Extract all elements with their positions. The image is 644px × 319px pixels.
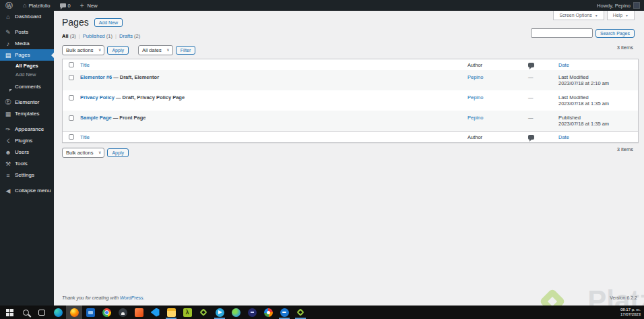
column-footer-author: Author bbox=[468, 134, 482, 140]
wordpress-logo-icon[interactable]: Ⓦ bbox=[0, 1, 18, 11]
screen-options-button[interactable]: Screen Options bbox=[553, 11, 604, 20]
submenu-all-pages[interactable]: All Pages bbox=[0, 61, 54, 70]
sidebar-item-appearance[interactable]: ✑ Appearance bbox=[0, 123, 54, 135]
sidebar-item-templates[interactable]: ▦ Templates bbox=[0, 108, 54, 119]
chrome-icon bbox=[102, 308, 111, 317]
row-checkbox[interactable] bbox=[69, 95, 74, 100]
row-checkbox[interactable] bbox=[69, 75, 74, 80]
plugins-icon: ☇ bbox=[5, 138, 11, 144]
search-pages-button[interactable]: Search Pages bbox=[595, 29, 635, 38]
filter-all[interactable]: All bbox=[62, 33, 69, 39]
lambda-app-button[interactable] bbox=[179, 306, 195, 319]
bulk-actions-select-bottom[interactable]: Bulk actions bbox=[62, 148, 104, 158]
edge-icon bbox=[54, 308, 63, 317]
color-wheel-app-button[interactable] bbox=[260, 306, 276, 319]
sidebar-item-elementor[interactable]: Ⓔ Elementor bbox=[0, 96, 54, 108]
howdy-label[interactable]: Howdy, Pepino bbox=[597, 3, 631, 9]
new-label: New bbox=[88, 3, 98, 9]
sidebar-item-pages[interactable]: ▤ Pages bbox=[0, 49, 54, 61]
clock-time: 08:17 p. m. bbox=[620, 308, 641, 312]
home-icon: ⌂ bbox=[23, 2, 26, 9]
author-link[interactable]: Pepino bbox=[468, 74, 483, 80]
edge-button[interactable] bbox=[50, 306, 66, 319]
sidebar-item-users[interactable]: ☻ Users bbox=[0, 146, 54, 158]
page-link[interactable]: Elementor #6 bbox=[80, 74, 112, 80]
sidebar-label: Appearance bbox=[15, 126, 44, 132]
column-header-date[interactable]: Date bbox=[558, 62, 569, 68]
comments-value: — bbox=[528, 115, 534, 121]
table-row: Sample Page — Front Page Pepino — Publis… bbox=[63, 111, 638, 131]
blue-app-button[interactable] bbox=[276, 306, 292, 319]
movies-and-tv-button[interactable] bbox=[82, 306, 98, 319]
users-icon: ☻ bbox=[5, 149, 11, 156]
taskbar-search-button[interactable] bbox=[18, 306, 34, 319]
sidebar-item-tools[interactable]: ⚒ Tools bbox=[0, 158, 54, 169]
site-name-menu[interactable]: ⌂ Platzifolio bbox=[18, 0, 55, 11]
platzi-app-button[interactable] bbox=[195, 306, 212, 319]
vscode-button[interactable] bbox=[147, 306, 163, 319]
sidebar-label: Elementor bbox=[15, 99, 39, 105]
platzi-alt-button[interactable] bbox=[292, 306, 309, 319]
apply-button-bottom[interactable]: Apply bbox=[107, 148, 129, 157]
dark-app-button[interactable] bbox=[115, 306, 131, 319]
telegram-button[interactable] bbox=[212, 306, 228, 319]
filter-drafts-count: (2) bbox=[134, 33, 140, 39]
taskbar-clock[interactable]: 08:17 p. m. 17/07/2023 bbox=[620, 308, 644, 317]
elementor-icon: Ⓔ bbox=[5, 98, 11, 107]
sidebar-item-comments[interactable]: Comments bbox=[0, 81, 54, 92]
sidebar-item-plugins[interactable]: ☇ Plugins bbox=[0, 135, 54, 146]
windows-start-button[interactable] bbox=[1, 306, 18, 319]
page-link[interactable]: Privacy Policy bbox=[80, 94, 115, 100]
sidebar-item-posts[interactable]: ✎ Posts bbox=[0, 26, 54, 38]
apply-button[interactable]: Apply bbox=[107, 46, 129, 55]
sidebar-item-settings[interactable]: ≡ Settings bbox=[0, 169, 54, 181]
column-footer-date[interactable]: Date bbox=[558, 134, 569, 140]
row-checkbox[interactable] bbox=[69, 115, 74, 121]
bulk-actions-select[interactable]: Bulk actions bbox=[62, 45, 104, 55]
windows-taskbar: 08:17 p. m. 17/07/2023 bbox=[0, 306, 644, 319]
items-count: 3 items bbox=[617, 45, 633, 51]
filter-published[interactable]: Published bbox=[83, 33, 105, 39]
filter-button[interactable]: Filter bbox=[176, 46, 196, 55]
date-status: Last Modified bbox=[558, 94, 638, 100]
footer-thanks-suffix: . bbox=[143, 295, 145, 300]
appearance-icon: ✑ bbox=[5, 126, 11, 133]
table-footer-row: Title Author Date bbox=[63, 131, 638, 142]
color-wheel-app-icon bbox=[264, 308, 273, 317]
globe-app-button[interactable] bbox=[228, 306, 244, 319]
author-link[interactable]: Pepino bbox=[468, 115, 483, 121]
task-view-button[interactable] bbox=[34, 306, 50, 319]
new-content-menu[interactable]: New bbox=[75, 0, 102, 11]
select-all-checkbox[interactable] bbox=[69, 134, 74, 140]
comment-bubble-icon bbox=[528, 63, 534, 67]
navy-app-button[interactable] bbox=[244, 306, 260, 319]
wordpress-link[interactable]: WordPress bbox=[120, 295, 143, 300]
filter-drafts[interactable]: Drafts bbox=[119, 33, 133, 39]
add-new-button[interactable]: Add New bbox=[94, 18, 123, 27]
page-link[interactable]: Sample Page bbox=[80, 115, 112, 121]
site-name-label: Platzifolio bbox=[28, 3, 50, 9]
chrome-button[interactable] bbox=[98, 306, 115, 319]
help-button[interactable]: Help bbox=[607, 11, 635, 20]
collapse-menu-button[interactable]: ◀ Collapse menu bbox=[0, 185, 54, 196]
search-input[interactable] bbox=[531, 28, 593, 38]
select-all-checkbox[interactable] bbox=[69, 62, 74, 67]
firefox-button[interactable] bbox=[66, 306, 82, 319]
sidebar-item-dashboard[interactable]: ⌂ Dashboard bbox=[0, 11, 54, 22]
submenu-add-new[interactable]: Add New bbox=[0, 70, 54, 79]
author-link[interactable]: Pepino bbox=[468, 94, 483, 100]
file-explorer-button[interactable] bbox=[163, 306, 179, 319]
telegram-icon bbox=[216, 308, 224, 317]
orange-app-button[interactable] bbox=[131, 306, 147, 319]
blue-app-icon bbox=[280, 308, 289, 317]
sidebar-item-media[interactable]: ♪ Media bbox=[0, 38, 54, 49]
admin-bar: Ⓦ ⌂ Platzifolio 0 New Howdy, Pepino bbox=[0, 0, 644, 11]
admin-bar-comments[interactable]: 0 bbox=[55, 0, 75, 11]
avatar[interactable] bbox=[633, 2, 640, 9]
filter-separator: | bbox=[79, 33, 80, 39]
column-footer-title[interactable]: Title bbox=[80, 134, 90, 140]
page-state: — Draft, Privacy Policy Page bbox=[115, 94, 185, 100]
pages-submenu: All Pages Add New bbox=[0, 61, 54, 81]
all-dates-select[interactable]: All dates bbox=[138, 45, 173, 55]
column-header-title[interactable]: Title bbox=[80, 62, 90, 68]
